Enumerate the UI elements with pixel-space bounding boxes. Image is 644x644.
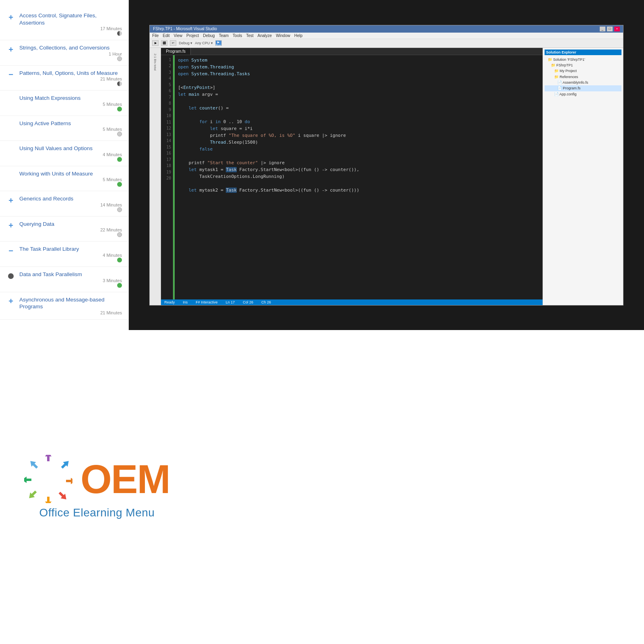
code-line: for i in 0 .. 10 do [178, 118, 539, 125]
sidebar-item-units[interactable]: Working with Units of Measure 5 Minutes [0, 166, 128, 192]
tab-program-fs[interactable]: Program.fs [161, 48, 191, 55]
code-line: open System.Threading.Tasks [178, 70, 539, 77]
item-title: Generics and Records [19, 195, 122, 202]
toolbar-btn-3[interactable]: ↩ [170, 40, 176, 46]
menu-analyze[interactable]: Analyze [258, 33, 272, 38]
item-duration: 17 Minutes [100, 26, 122, 31]
maximize-button[interactable]: □ [607, 27, 613, 31]
toolbar-btn-2[interactable]: ⬛ [161, 40, 167, 46]
svg-marker-7 [24, 477, 31, 483]
vs-window: FShrp.TP1 - Microsoft Visual Studio _ □ … [149, 25, 623, 305]
code-line [178, 77, 539, 84]
item-content: Generics and Records 14 Minutes [19, 195, 122, 212]
toolbar-btn-1[interactable]: ▶ [152, 40, 159, 46]
item-content: Patterns, Null, Options, Units of Measur… [19, 70, 122, 87]
item-content: Access Control, Signature Files, Asserti… [19, 12, 122, 36]
status-insert: Ins [183, 300, 188, 304]
solution-explorer-title: Solution Explorer [545, 50, 621, 55]
sidebar-item-querying[interactable]: + Querying Data 22 Minutes [0, 217, 128, 242]
item-duration: 5 Minutes [103, 102, 122, 107]
code-line [178, 153, 539, 159]
item-right: 5 Minutes [19, 177, 122, 187]
video-area: FShrp.TP1 - Microsoft Visual Studio _ □ … [129, 0, 644, 330]
menu-debug[interactable]: Debug [203, 33, 215, 38]
sidebar-item-active-patterns[interactable]: Using Active Patterns 5 Minutes [0, 116, 128, 141]
sidebar-item-data-parallelism[interactable]: Data and Task Parallelism 3 Minutes [0, 267, 128, 292]
menu-tools[interactable]: Tools [233, 33, 242, 38]
menu-project[interactable]: Project [186, 33, 199, 38]
tree-item[interactable]: 📁 References [545, 74, 621, 80]
code-line [178, 111, 539, 118]
close-button[interactable]: × [614, 27, 620, 31]
left-label: 2:1 Bts total [153, 54, 157, 70]
status-col: Col 26 [243, 300, 253, 304]
item-content: The Task Parallel Library 4 Minutes [19, 246, 122, 262]
item-title: Working with Units of Measure [19, 170, 122, 178]
code-area: 12345 678910 1112131415 1617181920 open … [161, 55, 543, 299]
sidebar-item-generics[interactable]: + Generics and Records 14 Minutes [0, 191, 128, 217]
sidebar-item-match-expressions[interactable]: Using Match Expressions 5 Minutes [0, 91, 128, 116]
plus-icon: + [6, 13, 15, 22]
vs-solution-tree: 📁 Solution 'FShrpTP1' 📁 FShrpTP1 📁 My Pr… [545, 57, 621, 97]
plus-icon: + [6, 297, 15, 306]
vs-statusbar: Ready Ins F# Interactive Ln 17 Col 26 Ch… [161, 299, 543, 305]
vs-titlebar: FShrp.TP1 - Microsoft Visual Studio _ □ … [150, 25, 623, 33]
menu-file[interactable]: File [152, 33, 159, 38]
plus-icon: + [6, 196, 15, 205]
sidebar-item-null-values[interactable]: Using Null Values and Options 4 Minutes [0, 141, 128, 166]
toolbar-debug-label: Debug ▾ [179, 41, 192, 45]
item-right: 3 Minutes [19, 278, 122, 288]
item-duration: 14 Minutes [100, 202, 122, 207]
minimize-button[interactable]: _ [600, 27, 605, 31]
sidebar-item-task-parallel[interactable]: − The Task Parallel Library 4 Minutes [0, 242, 128, 267]
code-line: let mytask2 = Task Factory.StartNew<bool… [178, 187, 539, 194]
logo-tagline: Office Elearning Menu [39, 506, 155, 519]
tree-item[interactable]: 📁 My Project [545, 68, 621, 74]
item-title: Data and Task Parallelism [19, 271, 122, 278]
status-interactive: F# Interactive [196, 300, 218, 304]
menu-window[interactable]: Window [276, 33, 290, 38]
status-indicator [117, 157, 122, 162]
status-indicator [117, 182, 122, 187]
tree-item[interactable]: 📄 AssemblyInfo.fs [545, 80, 621, 85]
tree-item[interactable]: 📁 Solution 'FShrpTP1' [545, 57, 621, 62]
vs-toolbar: ▶ ⬛ ↩ Debug ▾ Any CPU ▾ ▶ Run [150, 39, 623, 48]
menu-team[interactable]: Team [219, 33, 229, 38]
item-duration: 1 Hour [109, 52, 122, 56]
vs-body: 2:1 Bts total Program.fs 12345 678910 [150, 48, 623, 305]
top-section: + Access Control, Signature Files, Asser… [0, 0, 644, 330]
item-right: 1 Hour [19, 52, 122, 61]
toolbar-run-btn[interactable]: ▶ Run [215, 40, 222, 46]
tree-item-program-fs[interactable]: 📄 Program.fs [545, 85, 621, 91]
item-right: 4 Minutes [19, 253, 122, 262]
item-title: Access Control, Signature Files, Asserti… [19, 12, 122, 26]
item-content: Using Match Expressions 5 Minutes [19, 95, 122, 111]
status-indicator [117, 31, 122, 36]
vs-left-panel: 2:1 Bts total [150, 48, 161, 305]
code-line: Thread.Sleep(1500) [178, 139, 539, 146]
sidebar-item-patterns[interactable]: − Patterns, Null, Options, Units of Meas… [0, 66, 128, 91]
item-right: 4 Minutes [19, 152, 122, 162]
sidebar-item-strings[interactable]: + Strings, Collections, and Conversions … [0, 40, 128, 66]
item-content: Data and Task Parallelism 3 Minutes [19, 271, 122, 288]
status-indicator [117, 81, 122, 86]
tree-item[interactable]: 📁 FShrpTP1 [545, 62, 621, 68]
menu-test[interactable]: Test [246, 33, 253, 38]
status-indicator [117, 107, 122, 111]
item-duration: 4 Minutes [103, 152, 122, 157]
vs-editor[interactable]: open System open System.Threading open S… [175, 55, 543, 299]
sidebar-item-asynchronous[interactable]: + Asynchronous and Message-based Program… [0, 292, 128, 320]
code-line: let square = i*i [178, 125, 539, 132]
tree-item[interactable]: 📄 App.config [545, 91, 621, 97]
menu-help[interactable]: Help [294, 33, 303, 38]
item-content: Asynchronous and Message-based Programs … [19, 296, 122, 315]
item-title: Patterns, Null, Options, Units of Measur… [19, 70, 122, 77]
item-title: Using Null Values and Options [19, 145, 122, 152]
main-container: + Access Control, Signature Files, Asser… [0, 0, 644, 644]
item-title: Strings, Collections, and Conversions [19, 44, 122, 52]
sidebar-item-access-control[interactable]: + Access Control, Signature Files, Asser… [0, 8, 128, 40]
plus-icon: + [6, 221, 15, 230]
menu-view[interactable]: View [174, 33, 183, 38]
menu-edit[interactable]: Edit [163, 33, 169, 38]
item-duration: 5 Minutes [103, 177, 122, 182]
